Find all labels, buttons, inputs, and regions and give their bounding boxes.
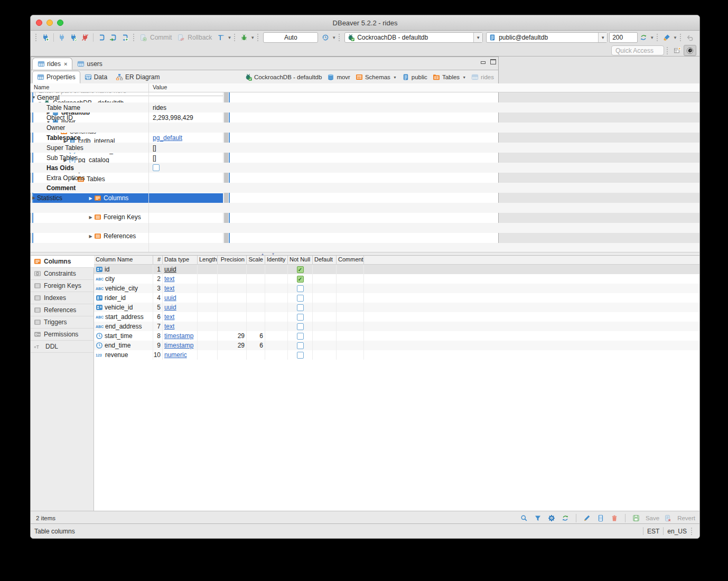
property-value-cell[interactable] <box>148 193 699 203</box>
connection-combo-arrow[interactable]: ▼ <box>473 33 482 42</box>
editor-tab-rides[interactable]: rides× <box>32 58 72 70</box>
column-type-link[interactable]: timestamp <box>164 332 193 340</box>
not-null-checkbox[interactable] <box>297 323 304 330</box>
property-value-cell[interactable]: [] <box>148 153 699 163</box>
commit-icon[interactable] <box>137 32 149 43</box>
column-header-comment[interactable]: Comment <box>337 256 364 264</box>
fetch-size-input[interactable] <box>609 32 638 43</box>
minimize-editor-icon[interactable] <box>480 59 486 64</box>
search-icon[interactable] <box>519 513 529 523</box>
debug-icon[interactable] <box>238 32 250 43</box>
property-row-tablespace[interactable]: Tablespacepg_default <box>31 133 699 143</box>
schema-combo[interactable]: public@defaultdb ▼ <box>486 32 608 43</box>
column-header-not-null[interactable]: Not Null <box>288 256 313 264</box>
columns-config-icon[interactable] <box>595 513 606 523</box>
property-value-cell[interactable] <box>148 173 699 183</box>
column-type-link[interactable]: text <box>164 323 174 330</box>
transaction-log-caret[interactable]: ▼ <box>227 35 231 40</box>
edit-icon[interactable] <box>582 513 592 523</box>
property-row-table-name[interactable]: Table Namerides <box>31 102 699 113</box>
undo-icon[interactable] <box>684 32 696 43</box>
column-row-start-address[interactable]: ABCstart_address6text <box>94 312 699 322</box>
subtab-properties[interactable]: Properties <box>32 71 80 83</box>
property-row-statistics[interactable]: ▶Statistics <box>31 193 699 203</box>
transaction-history-icon[interactable] <box>320 32 331 43</box>
disconnect-icon[interactable] <box>79 32 91 43</box>
column-header-length[interactable]: Length <box>198 256 218 264</box>
delete-icon[interactable] <box>609 513 620 523</box>
property-row-owner[interactable]: Owner <box>31 123 699 133</box>
column-type-link[interactable]: text <box>164 285 174 292</box>
chevron-down-icon[interactable]: ▼ <box>462 76 466 79</box>
property-row-comment[interactable]: Comment <box>31 183 699 193</box>
column-type-link[interactable]: numeric <box>164 351 187 359</box>
revert-button[interactable]: Revert <box>677 515 695 521</box>
not-null-checkbox[interactable] <box>297 295 304 302</box>
property-value-cell[interactable] <box>148 92 699 102</box>
schema-combo-arrow[interactable]: ▼ <box>598 33 607 42</box>
column-header-default[interactable]: Default <box>313 256 337 264</box>
details-tab-references[interactable]: References <box>31 304 94 316</box>
property-value-cell[interactable]: rides <box>148 102 699 113</box>
transaction-log-icon[interactable] <box>215 32 227 43</box>
revert-icon[interactable] <box>662 513 673 523</box>
property-value-link[interactable]: pg_default <box>153 134 182 142</box>
property-value-cell[interactable] <box>148 183 699 193</box>
save-icon[interactable] <box>631 513 641 523</box>
splitter-sash[interactable]: ▲ ▼ <box>31 252 699 256</box>
not-null-checkbox[interactable] <box>297 342 304 349</box>
details-tab-triggers[interactable]: Triggers <box>31 316 94 329</box>
column-row-city[interactable]: ABCcity2text✓ <box>94 274 699 284</box>
column-row-end-time[interactable]: end_time9timestamp296 <box>94 341 699 350</box>
filter-icon[interactable] <box>533 513 543 523</box>
properties-col-value[interactable]: Value <box>148 83 699 92</box>
not-null-checkbox[interactable]: ✓ <box>297 276 304 283</box>
column-row-end-address[interactable]: ABCend_address7text <box>94 322 699 331</box>
new-sql-editor-icon[interactable] <box>119 32 130 43</box>
column-row-rider-id[interactable]: rider_id4uuid <box>94 293 699 303</box>
column-row-id[interactable]: id1uuid✓ <box>94 265 699 274</box>
dbeaver-perspective-icon[interactable] <box>684 45 696 56</box>
column-type-link[interactable]: uuid <box>164 304 176 311</box>
column-header-[interactable]: # <box>153 256 163 264</box>
maximize-editor-icon[interactable] <box>490 59 496 64</box>
column-header-precision[interactable]: Precision <box>218 256 247 264</box>
commit-mode-combo[interactable]: Auto <box>263 32 318 43</box>
column-type-link[interactable]: uuid <box>164 266 176 273</box>
close-icon[interactable]: × <box>64 61 67 67</box>
properties-col-name[interactable]: Name <box>31 83 148 92</box>
not-null-checkbox[interactable] <box>297 285 304 292</box>
property-row-sub-tables[interactable]: Sub Tables[] <box>31 153 699 163</box>
not-null-checkbox[interactable] <box>297 304 304 311</box>
not-null-checkbox[interactable] <box>297 333 304 340</box>
details-tab-columns[interactable]: Columns <box>31 256 94 268</box>
column-type-link[interactable]: text <box>164 275 174 283</box>
breadcrumb-item-schemas[interactable]: Schemas▼ <box>356 73 397 81</box>
quick-access-input[interactable] <box>611 45 664 55</box>
column-row-vehicle-city[interactable]: ABCvehicle_city3text <box>94 284 699 293</box>
property-row-extra-options[interactable]: Extra Options <box>31 173 699 183</box>
reconnect-icon[interactable] <box>68 32 79 43</box>
column-header-data-type[interactable]: Data type <box>163 256 198 264</box>
column-header-column-name[interactable]: Column Name <box>94 256 153 264</box>
commit-label[interactable]: Commit <box>150 34 172 41</box>
column-row-revenue[interactable]: 123revenue10numeric <box>94 350 699 360</box>
breadcrumb-item-cockroachdb-defaultdb[interactable]: CockroachDB - defaultdb <box>245 73 322 81</box>
not-null-checkbox[interactable] <box>297 352 304 359</box>
rollback-label[interactable]: Rollback <box>188 34 212 41</box>
column-row-start-time[interactable]: start_time8timestamp296 <box>94 331 699 341</box>
chevron-down-icon[interactable]: ▼ <box>393 76 397 79</box>
debug-caret[interactable]: ▼ <box>250 35 255 40</box>
column-header-identity[interactable]: Identity <box>265 256 288 264</box>
auto-refresh-icon[interactable] <box>560 513 571 523</box>
open-perspective-icon[interactable] <box>671 45 684 56</box>
breadcrumb-item-rides[interactable]: rides <box>471 73 494 81</box>
not-null-checkbox[interactable]: ✓ <box>297 266 304 273</box>
breadcrumb-item-movr[interactable]: movr <box>327 73 350 81</box>
breadcrumb-item-tables[interactable]: Tables▼ <box>433 73 466 81</box>
details-tab-ddl[interactable]: «TDDL <box>31 341 94 353</box>
title-bar[interactable]: DBeaver 5.2.2 - rides <box>31 15 699 31</box>
connect-icon[interactable] <box>56 32 68 43</box>
refresh-caret[interactable]: ▼ <box>650 35 654 40</box>
property-value-cell[interactable]: [] <box>148 143 699 153</box>
